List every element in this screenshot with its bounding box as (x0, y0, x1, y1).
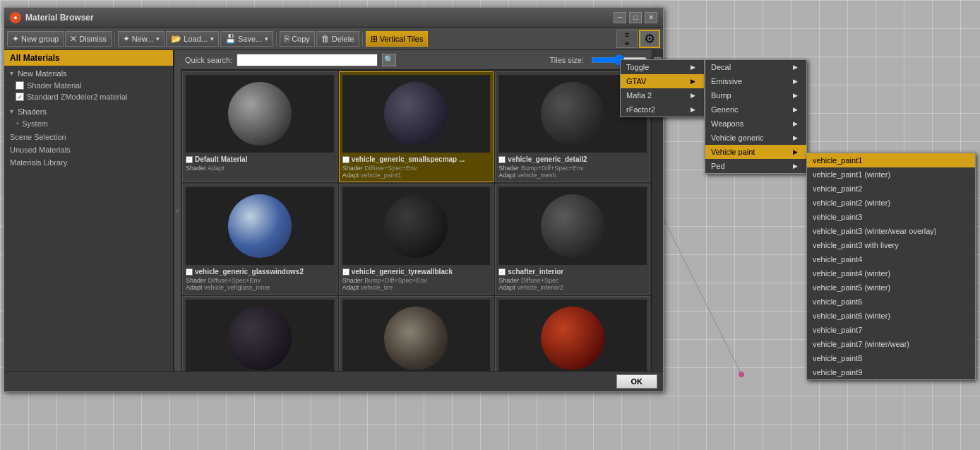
sidebar-nav-materials-library[interactable]: Materials Library (4, 156, 173, 169)
close-button[interactable]: ✕ (645, 12, 657, 23)
all-materials-header[interactable]: All Materials (4, 50, 173, 66)
material-sphere-doorshut (228, 307, 292, 370)
material-grid: ✓ Default Material Shader Adapt ✓ vehicl… (181, 70, 652, 371)
list-view-button[interactable]: ≡≡ (616, 30, 638, 48)
menu-item-vehicle-paint2[interactable]: vehicle_paint2 (807, 182, 975, 196)
material-card-badges[interactable]: ✓ sinsiter_badges... (495, 296, 650, 371)
menu-item-vehicle-paint1-winter[interactable]: vehicle_paint1 (winter) (807, 167, 975, 182)
menu-item-vehicle-paint2-winter[interactable]: vehicle_paint2 (winter) (807, 196, 975, 210)
menu-item-vehicle-paint3-winter-wear[interactable]: vehicle_paint3 (winter/wear overlay) (807, 224, 975, 238)
menu-item-weapons[interactable]: Weapons ▶ (705, 117, 806, 131)
material-card-glasswindows[interactable]: ✓ vehicle_generic_glasswindows2 Shader D… (182, 184, 337, 295)
menu-item-vehicle-paint7[interactable]: vehicle_paint7 (807, 323, 975, 337)
smallspecmap-checkbox[interactable]: ✓ (342, 156, 349, 163)
button-bar: OK (4, 371, 663, 391)
menu-item-vehicle-paint9[interactable]: vehicle_paint9 (807, 365, 975, 379)
sidebar-nav-scene-selection[interactable]: Scene Selection (4, 131, 173, 143)
new-materials-header[interactable]: ▼ New Materials (4, 67, 173, 80)
material-meta-smallspecmap: Shader Diffuse+Spec+Env Adapt vehicle_pa… (342, 165, 491, 179)
menu-item-bump[interactable]: Bump ▶ (705, 88, 806, 102)
system-expand-icon: + (16, 120, 19, 127)
sidebar: All Materials ▼ New Materials Shader Mat… (4, 50, 174, 371)
load-dropdown-arrow: ▾ (210, 35, 214, 42)
copy-icon: ⎘ (285, 34, 289, 44)
material-meta-interior: Shader Diffuse+Spec Adapt vehicle_interi… (498, 277, 647, 291)
material-thumb-glasswindows (186, 187, 334, 265)
material-meta-default: Shader Adapt (186, 165, 334, 172)
menu-item-rfactor2[interactable]: rFactor2 ▶ (621, 102, 704, 117)
material-card-lights[interactable]: ✓ range_lights... (339, 296, 494, 371)
load-button[interactable]: 📂 Load... ▾ (166, 31, 219, 47)
menu-item-gtav[interactable]: GTAV ▶ (621, 74, 704, 88)
material-sphere-default (228, 82, 292, 146)
menu-item-vehicle-paint[interactable]: Vehicle paint ▶ (705, 145, 806, 159)
menu-item-vehicle-paint4-winter[interactable]: vehicle_paint4 (winter) (807, 266, 975, 280)
material-thumb-interior (498, 187, 647, 265)
expand-icon: ▼ (8, 70, 15, 77)
delete-button[interactable]: 🗑 Delete (316, 31, 359, 47)
dismiss-button[interactable]: ✕ Dismiss (65, 31, 112, 47)
save-icon: 💾 (225, 34, 236, 44)
context-menu-level2: Decal ▶ Emissive ▶ Bump ▶ Generic ▶ Weap… (705, 59, 807, 174)
vehicle-paint-arrow: ▶ (793, 148, 798, 155)
menu-item-vehicle-generic[interactable]: Vehicle generic ▶ (705, 131, 806, 145)
menu-item-vehicle-paint3[interactable]: vehicle_paint3 (807, 210, 975, 224)
view-settings-area: ≡≡ ⚙ (616, 30, 660, 48)
shader-material-checkbox[interactable] (16, 81, 24, 90)
material-card-smallspecmap[interactable]: ✓ vehicle_generic_smallspecmap ... Shade… (339, 71, 494, 182)
detail2-checkbox[interactable]: ✓ (498, 156, 506, 163)
menu-item-vehicle-paint7-winter-wear[interactable]: vehicle_paint7 (winter/wear) (807, 337, 975, 351)
material-meta-tyre: Shader Bump+Diff+Spec+Env Adapt vehicle_… (342, 277, 491, 291)
search-button[interactable]: 🔍 (382, 54, 396, 66)
menu-item-vehicle-paint3-livery[interactable]: vehicle_paint3 with livery (807, 238, 975, 252)
tyre-checkbox[interactable]: ✓ (342, 268, 349, 276)
material-thumb-smallspecmap (342, 75, 491, 153)
new-group-button[interactable]: ✦ New group (7, 31, 64, 47)
new-button[interactable]: ✦ New... ▾ (118, 31, 165, 47)
gtav-arrow: ▶ (691, 78, 695, 85)
material-thumb-tyre (342, 187, 491, 265)
bump-arrow: ▶ (793, 92, 798, 99)
save-button[interactable]: 💾 Save... ▾ (220, 31, 273, 47)
interior-checkbox[interactable]: ✓ (498, 268, 506, 276)
material-thumb-badges (498, 300, 647, 371)
material-card-interior[interactable]: ✓ schafter_interior Shader Diffuse+Spec … (495, 184, 650, 295)
minimize-button[interactable]: ─ (614, 12, 626, 23)
menu-item-decal[interactable]: Decal ▶ (705, 60, 806, 74)
weapons-arrow: ▶ (793, 120, 798, 127)
copy-button[interactable]: ⎘ Copy (280, 31, 315, 47)
dialog-title: Material Browser (25, 13, 94, 23)
grid-view-button[interactable]: ⚙ (639, 30, 660, 48)
default-checkbox[interactable]: ✓ (186, 156, 193, 163)
material-sphere-detail2 (541, 82, 604, 146)
search-input[interactable] (237, 54, 378, 66)
menu-item-vehicle-paint6[interactable]: vehicle_paint6 (807, 295, 975, 309)
standard-material-checkbox[interactable]: ✓ (16, 93, 24, 101)
sidebar-item-system[interactable]: + System (4, 118, 173, 129)
shaders-header[interactable]: ▼ Shaders (4, 105, 173, 118)
sidebar-item-standard-material[interactable]: ✓ Standard ZModeler2 material (4, 91, 173, 102)
maximize-button[interactable]: □ (629, 12, 642, 23)
menu-item-vehicle-paint1[interactable]: vehicle_paint1 (807, 153, 975, 167)
material-card-tyre[interactable]: ✓ vehicle_generic_tyrewallblack Shader B… (339, 184, 494, 295)
material-card-default[interactable]: ✓ Default Material Shader Adapt (182, 71, 337, 182)
menu-item-vehicle-paint5-winter[interactable]: vehicle_paint5 (winter) (807, 280, 975, 295)
material-name-smallspecmap: ✓ vehicle_generic_smallspecmap ... (342, 155, 491, 163)
sidebar-collapse-handle[interactable]: ‹ (174, 50, 181, 371)
vertical-tiles-button[interactable]: ⊞ Vertical Tiles (366, 31, 429, 47)
menu-item-ped[interactable]: Ped ▶ (705, 159, 806, 173)
menu-item-generic[interactable]: Generic ▶ (705, 102, 806, 117)
glasswindows-checkbox[interactable]: ✓ (186, 268, 193, 276)
menu-item-vehicle-paint6-winter[interactable]: vehicle_paint6 (winter) (807, 309, 975, 323)
sidebar-nav-unused-materials[interactable]: Unused Materials (4, 143, 173, 156)
menu-item-toggle[interactable]: Toggle ▶ (621, 60, 704, 74)
menu-item-mafia2[interactable]: Mafia 2 ▶ (621, 88, 704, 102)
menu-item-vehicle-paint8[interactable]: vehicle_paint8 (807, 351, 975, 365)
material-name-detail2: ✓ vehicle_generic_detail2 (498, 155, 647, 163)
material-card-doorshut[interactable]: ✓ vehicle_generic_doorshutPA... (182, 296, 337, 371)
ok-button[interactable]: OK (616, 374, 658, 389)
menu-item-vehicle-paint4[interactable]: vehicle_paint4 (807, 252, 975, 266)
menu-item-emissive[interactable]: Emissive ▶ (705, 74, 806, 88)
sidebar-item-shader-material[interactable]: Shader Material (4, 80, 173, 91)
material-sphere-badges (541, 307, 604, 370)
